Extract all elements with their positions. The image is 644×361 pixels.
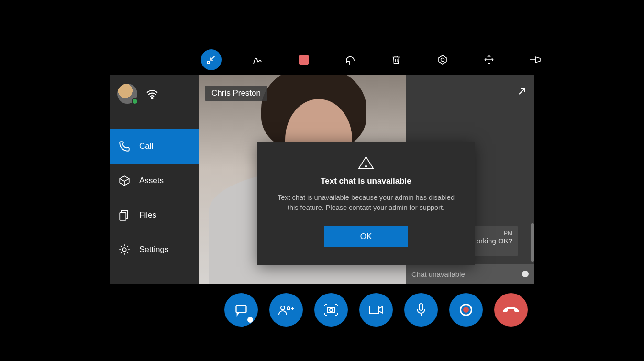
focus-button[interactable] (433, 49, 453, 70)
undo-button[interactable] (340, 49, 360, 70)
ink-button[interactable] (247, 49, 268, 70)
user-avatar[interactable] (117, 84, 137, 104)
warning-icon (358, 155, 374, 170)
svg-point-8 (366, 166, 367, 167)
svg-rect-15 (419, 304, 423, 310)
phone-icon (118, 140, 131, 153)
sidebar-item-files[interactable]: Files (110, 198, 199, 232)
undo-icon (344, 54, 356, 66)
sidebar-item-assets[interactable]: Assets (110, 164, 199, 198)
chat-unavailable-dialog: Text chat is unavailable Text chat is un… (257, 142, 475, 265)
svg-point-3 (151, 98, 153, 99)
camera-capture-icon (323, 303, 339, 317)
add-people-button[interactable] (269, 293, 303, 327)
sidebar-item-call[interactable]: Call (110, 129, 199, 164)
record-button[interactable] (449, 293, 483, 327)
move-icon (483, 54, 495, 66)
notification-dot (247, 317, 253, 323)
collapse-toolbar-button[interactable] (201, 49, 222, 70)
sidebar-nav: Call Assets Files Settings (110, 129, 199, 267)
record-icon (460, 304, 472, 316)
target-icon (437, 54, 448, 66)
mic-toggle-button[interactable] (404, 293, 438, 327)
dialog-body: Text chat is unavailable because your ad… (277, 193, 455, 213)
sidebar-item-label: Files (139, 210, 156, 220)
video-toggle-button[interactable] (359, 293, 393, 327)
svg-rect-5 (120, 213, 126, 220)
svg-point-11 (287, 307, 290, 310)
send-button[interactable] (522, 271, 529, 277)
box-icon (118, 175, 131, 187)
chat-icon (234, 303, 248, 317)
call-controls (224, 293, 528, 327)
gear-icon (118, 243, 131, 256)
svg-point-6 (122, 248, 126, 252)
sidebar-item-settings[interactable]: Settings (110, 232, 199, 267)
dialog-ok-button[interactable]: OK (324, 226, 408, 247)
video-icon (368, 305, 384, 315)
chat-scrollbar[interactable] (531, 223, 534, 262)
sidebar-item-label: Settings (139, 245, 168, 254)
participant-name-tag: Chris Preston (205, 86, 267, 101)
svg-point-10 (281, 306, 285, 310)
files-icon (118, 209, 131, 221)
svg-marker-1 (439, 55, 446, 64)
trash-icon (391, 54, 401, 66)
network-icon (146, 88, 158, 99)
svg-point-13 (330, 309, 333, 312)
chat-input-row: Chat unavailable (406, 264, 534, 284)
popout-icon (516, 86, 528, 97)
end-call-button[interactable] (494, 293, 528, 327)
mic-icon (416, 303, 426, 317)
svg-rect-14 (369, 306, 379, 314)
ink-icon (252, 54, 263, 66)
chat-button[interactable] (224, 293, 258, 327)
annotation-toolbar (201, 45, 545, 74)
sidebar: Call Assets Files Settings (110, 75, 199, 284)
svg-point-2 (441, 58, 444, 62)
popout-button[interactable] (516, 86, 528, 97)
svg-rect-9 (236, 306, 246, 313)
screenshot-button[interactable] (314, 293, 348, 327)
move-button[interactable] (479, 49, 500, 70)
pin-icon (529, 55, 542, 65)
sidebar-item-label: Call (139, 142, 153, 151)
pin-button[interactable] (525, 49, 545, 70)
hangup-icon (502, 305, 520, 315)
presence-badge (132, 98, 138, 105)
dialog-title: Text chat is unavailable (321, 176, 411, 186)
chat-input-placeholder: Chat unavailable (411, 270, 465, 278)
record-square-icon (299, 55, 309, 65)
record-indicator-button[interactable] (294, 49, 314, 70)
add-people-icon (278, 303, 294, 317)
svg-point-0 (208, 61, 210, 64)
delete-button[interactable] (386, 49, 407, 70)
sidebar-item-label: Assets (139, 176, 164, 186)
collapse-icon (206, 55, 216, 65)
